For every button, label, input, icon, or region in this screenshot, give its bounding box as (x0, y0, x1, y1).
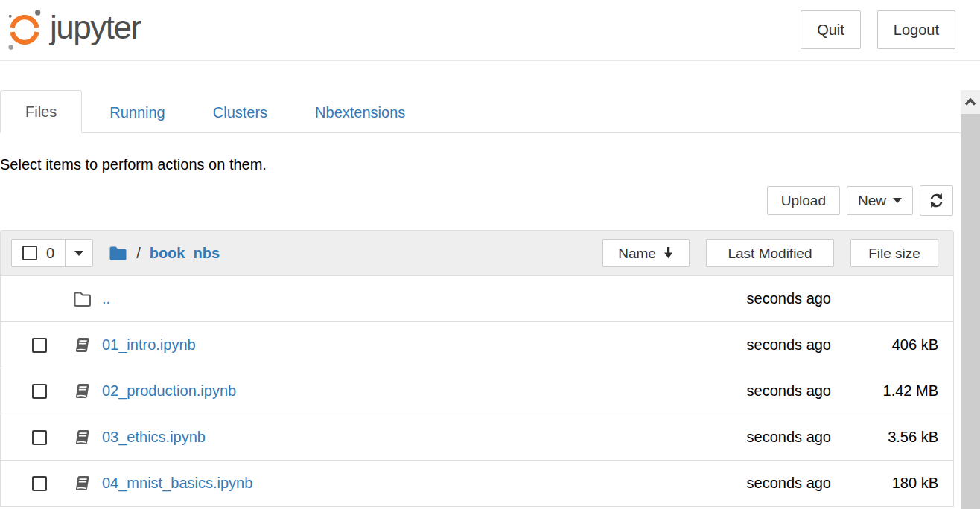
last-modified-value: seconds ago (682, 475, 831, 492)
new-dropdown-label: New (858, 193, 886, 208)
notebook-icon (73, 382, 92, 400)
parent-directory-row: .. seconds ago (1, 275, 953, 321)
row-checkbox[interactable] (32, 476, 47, 491)
notebook-icon (73, 336, 92, 354)
last-modified-value: seconds ago (682, 429, 831, 446)
sort-file-size-button[interactable]: File size (850, 239, 938, 267)
last-modified-value: seconds ago (682, 290, 831, 307)
quit-button[interactable]: Quit (801, 10, 861, 49)
tab-bar: Files Running Clusters Nbextensions (0, 90, 961, 133)
notebook-icon (73, 475, 92, 493)
upload-button[interactable]: Upload (767, 186, 840, 215)
file-link[interactable]: 01_intro.ipynb (102, 336, 196, 353)
notebook-icon (73, 429, 92, 446)
jupyter-file-browser: jupyter Quit Logout Files Running Cluste… (0, 0, 980, 509)
select-all-checkbox[interactable] (22, 246, 37, 260)
navbar: jupyter Quit Logout (0, 0, 980, 61)
scrollbar-thumb[interactable] (961, 114, 980, 509)
file-size-value: 1.42 MB (831, 382, 938, 400)
file-row: 03_ethics.ipynb seconds ago 3.56 kB (1, 414, 953, 460)
sort-name-label: Name (618, 246, 656, 261)
breadcrumb-current-folder[interactable]: book_nbs (150, 245, 220, 262)
parent-directory-link[interactable]: .. (102, 290, 110, 307)
main-content: Files Running Clusters Nbextensions Sele… (0, 90, 961, 507)
chevron-down-icon (74, 251, 83, 256)
breadcrumb-separator: / (136, 245, 141, 262)
row-checkbox[interactable] (32, 430, 47, 445)
file-size-value: 406 kB (831, 336, 938, 353)
row-checkbox[interactable] (32, 384, 47, 399)
site-area: Files Running Clusters Nbextensions Sele… (0, 90, 980, 509)
refresh-icon (928, 192, 945, 209)
folder-icon[interactable] (109, 246, 127, 261)
file-row: 02_production.ipynb seconds ago 1.42 MB (1, 368, 953, 414)
sort-last-modified-button[interactable]: Last Modified (706, 239, 834, 267)
select-button-group: 0 (11, 239, 93, 267)
select-items-notice: Select items to perform actions on them. (0, 156, 961, 173)
arrow-down-icon (663, 246, 674, 260)
last-modified-value: seconds ago (682, 336, 831, 353)
breadcrumb: / book_nbs (109, 245, 220, 262)
file-row: 04_mnist_basics.ipynb seconds ago 180 kB (1, 460, 953, 506)
chevron-up-icon (964, 98, 976, 106)
file-list-header: 0 / book_nbs (1, 231, 953, 275)
sort-name-button[interactable]: Name (602, 239, 690, 267)
file-size-value: 3.56 kB (831, 429, 938, 446)
new-dropdown-button[interactable]: New (847, 186, 913, 215)
chevron-down-icon (893, 198, 902, 203)
jupyter-logo[interactable]: jupyter (6, 7, 141, 52)
row-checkbox[interactable] (32, 338, 47, 353)
tab-running[interactable]: Running (89, 92, 185, 133)
action-toolbar: Upload New (0, 185, 953, 216)
jupyter-logo-icon (6, 7, 43, 52)
refresh-button[interactable] (920, 185, 953, 216)
jupyter-logo-text: jupyter (50, 11, 141, 48)
select-all-button[interactable]: 0 (11, 239, 66, 267)
file-list: 0 / book_nbs (0, 230, 954, 507)
folder-outline-icon (73, 291, 92, 307)
tab-files[interactable]: Files (0, 90, 82, 133)
sort-buttons: Name Last Modified File size (602, 239, 938, 267)
logout-button[interactable]: Logout (877, 10, 955, 49)
file-link[interactable]: 03_ethics.ipynb (102, 429, 206, 446)
last-modified-value: seconds ago (682, 382, 831, 400)
selected-count: 0 (46, 246, 54, 261)
file-link[interactable]: 02_production.ipynb (102, 382, 236, 400)
vertical-scrollbar[interactable] (961, 90, 980, 509)
session-buttons: Quit Logout (801, 10, 955, 49)
file-row: 01_intro.ipynb seconds ago 406 kB (1, 321, 953, 368)
select-filter-dropdown-button[interactable] (65, 239, 93, 267)
tab-nbextensions[interactable]: Nbextensions (295, 92, 425, 133)
tab-clusters[interactable]: Clusters (193, 92, 287, 133)
scroll-up-button[interactable] (961, 90, 980, 114)
file-link[interactable]: 04_mnist_basics.ipynb (102, 475, 252, 492)
file-size-value: 180 kB (831, 475, 938, 492)
